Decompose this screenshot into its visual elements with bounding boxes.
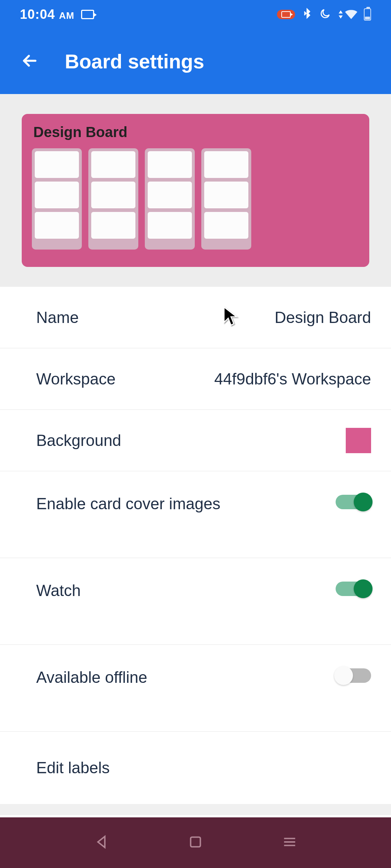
board-preview-card	[91, 182, 135, 208]
app-bar: Board settings	[0, 29, 391, 94]
nav-recents-button[interactable]	[281, 834, 298, 852]
setting-offline-label: Available offline	[36, 668, 147, 686]
board-preview-card	[91, 151, 135, 178]
watch-toggle[interactable]	[336, 582, 371, 596]
board-preview-card	[204, 151, 248, 178]
board-preview-card	[204, 182, 248, 208]
board-preview-card	[35, 182, 79, 208]
offline-toggle[interactable]	[336, 668, 371, 683]
battery-icon	[364, 8, 371, 21]
status-time-ampm: AM	[59, 10, 74, 21]
triangle-back-icon	[93, 834, 110, 850]
setting-cover-images-label: Enable card cover images	[36, 495, 220, 513]
board-preview-card	[35, 151, 79, 178]
setting-name-value: Design Board	[274, 309, 371, 327]
screen-record-icon	[277, 10, 295, 19]
cover-images-toggle[interactable]	[336, 495, 371, 509]
board-preview-list	[201, 148, 251, 250]
board-preview-list	[145, 148, 195, 250]
status-time: 10:04 AM	[20, 7, 75, 22]
page-title: Board settings	[65, 50, 204, 73]
system-nav-bar	[0, 817, 391, 868]
settings-list: Name Design Board Workspace 44f9dbf6's W…	[0, 287, 391, 804]
setting-workspace-value: 44f9dbf6's Workspace	[214, 370, 371, 388]
setting-name-row[interactable]: Name Design Board	[0, 287, 391, 348]
board-preview-list	[32, 148, 82, 250]
setting-background-row[interactable]: Background	[0, 410, 391, 471]
wifi-icon	[338, 9, 357, 20]
board-preview-card	[148, 212, 192, 239]
status-time-value: 10:04	[20, 7, 55, 22]
board-preview-card	[204, 212, 248, 239]
background-color-swatch	[346, 428, 371, 453]
status-right	[277, 8, 371, 22]
board-preview-card	[91, 212, 135, 239]
board-preview-lists	[32, 148, 359, 250]
toggle-knob	[354, 493, 373, 511]
setting-workspace-row[interactable]: Workspace 44f9dbf6's Workspace	[0, 348, 391, 410]
board-preview-card	[148, 151, 192, 178]
setting-name-label: Name	[36, 309, 79, 327]
mouse-cursor-icon	[223, 306, 239, 328]
setting-cover-images-row[interactable]: Enable card cover images	[0, 471, 391, 558]
toggle-knob	[334, 666, 353, 685]
setting-background-label: Background	[36, 431, 121, 450]
board-preview[interactable]: Design Board	[22, 114, 369, 267]
setting-edit-labels-row[interactable]: Edit labels	[0, 732, 391, 804]
setting-edit-labels-label: Edit labels	[36, 759, 110, 777]
setting-offline-row[interactable]: Available offline	[0, 645, 391, 732]
arrow-left-icon	[20, 51, 39, 71]
setting-workspace-label: Workspace	[36, 370, 115, 388]
status-bar: 10:04 AM	[0, 0, 391, 29]
setting-watch-label: Watch	[36, 582, 81, 600]
camera-icon	[81, 10, 94, 19]
back-button[interactable]	[20, 51, 39, 72]
board-preview-list	[88, 148, 138, 250]
status-left: 10:04 AM	[20, 7, 94, 22]
menu-recents-icon	[281, 834, 298, 850]
nav-home-button[interactable]	[187, 834, 204, 852]
board-preview-title: Design Board	[33, 124, 359, 140]
do-not-disturb-icon	[319, 8, 331, 21]
board-preview-card	[148, 182, 192, 208]
square-home-icon	[187, 834, 204, 850]
svg-rect-0	[191, 837, 201, 847]
board-preview-card	[35, 212, 79, 239]
bluetooth-icon	[302, 8, 312, 22]
nav-back-button[interactable]	[93, 834, 110, 852]
setting-watch-row[interactable]: Watch	[0, 558, 391, 645]
toggle-knob	[354, 579, 373, 598]
board-preview-section: Design Board	[0, 94, 391, 287]
